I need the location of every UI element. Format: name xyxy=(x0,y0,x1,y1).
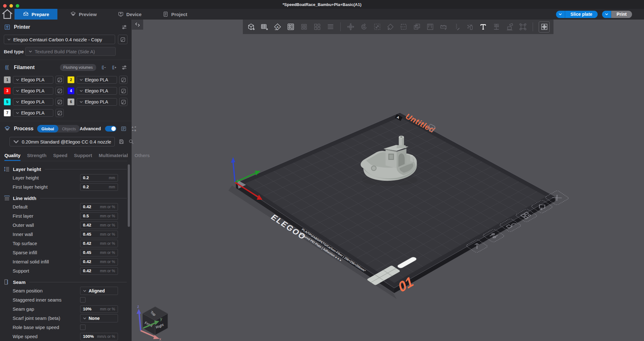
filament-color-swatch[interactable]: 7 xyxy=(4,109,11,116)
edit-printer-button[interactable] xyxy=(118,35,127,44)
parameters-panel[interactable]: Layer height Layer height 0.2mm First la… xyxy=(0,161,131,341)
tab-others[interactable]: Others xyxy=(135,150,150,161)
mesh-edit-button[interactable] xyxy=(518,23,527,31)
text-tool-button[interactable] xyxy=(479,23,487,31)
chevron-down-icon xyxy=(83,317,86,320)
print-button[interactable]: Print xyxy=(611,11,632,18)
seam-painting-button[interactable] xyxy=(452,23,461,31)
sparse-infill-line-width-input[interactable]: 0.45mm or % xyxy=(80,249,118,256)
tab-support[interactable]: Support xyxy=(74,150,92,161)
filament-select[interactable]: Elegoo PLA xyxy=(13,98,53,106)
support-line-width-input[interactable]: 0.42mm or % xyxy=(80,267,118,275)
lay-on-face-button[interactable] xyxy=(386,23,395,31)
advanced-toggle[interactable] xyxy=(105,126,116,132)
default-line-width-input[interactable]: 0.42mm or % xyxy=(80,203,118,211)
tab-preview[interactable]: Preview xyxy=(62,9,105,20)
filament-color-swatch[interactable]: 6 xyxy=(67,98,74,105)
maximize-window-button[interactable] xyxy=(16,4,19,8)
scale-button[interactable] xyxy=(373,23,381,31)
sidebar-scrollbar[interactable] xyxy=(128,164,130,227)
wipe-speed-input[interactable]: 100%mm/s or % xyxy=(80,333,118,340)
search-parameters-icon[interactable] xyxy=(128,138,134,145)
filament-color-swatch[interactable]: 3 xyxy=(4,87,11,94)
compare-presets-icon[interactable]: AB xyxy=(131,126,137,132)
cut-button[interactable] xyxy=(399,23,408,31)
staggered-inner-seams-checkbox[interactable] xyxy=(80,297,85,303)
top-surface-line-width-input[interactable]: 0.42mm or % xyxy=(80,240,118,247)
flushing-volumes-button[interactable]: Flushing volumes xyxy=(60,64,96,71)
printer-settings-icon[interactable] xyxy=(121,24,127,30)
rotate-button[interactable] xyxy=(360,23,368,31)
filament-select[interactable]: Elegoo PLA xyxy=(13,76,53,84)
chevron-down-icon xyxy=(29,50,32,53)
scarf-joint-seam-select[interactable]: None xyxy=(80,314,118,322)
split-plate-button[interactable] xyxy=(313,23,321,31)
filament-select[interactable]: Elegoo PLA xyxy=(77,87,117,95)
edit-filament-button[interactable] xyxy=(56,76,64,84)
remove-filament-icon[interactable] xyxy=(100,64,107,71)
printer-preset-select[interactable]: Elegoo Centauri Carbon 0.4 nozzle - Copy xyxy=(4,35,115,44)
seam-gap-input[interactable]: 10%mm or % xyxy=(80,305,118,313)
add-plate-button[interactable] xyxy=(260,23,268,31)
filament-select[interactable]: Elegoo PLA xyxy=(13,87,53,95)
filament-slot-4: 4 Elegoo PLA xyxy=(67,87,127,95)
print-dropdown[interactable] xyxy=(602,11,611,18)
tab-project[interactable]: Project xyxy=(154,9,196,20)
add-model-button[interactable] xyxy=(247,23,255,31)
edit-filament-button[interactable] xyxy=(56,87,64,95)
nav-cube[interactable]: Top Front Right z y x xyxy=(137,304,168,341)
seam-position-select[interactable]: Aligned xyxy=(80,287,118,295)
role-base-wipe-speed-checkbox[interactable] xyxy=(80,325,85,330)
home-button[interactable] xyxy=(0,9,15,20)
tab-device[interactable]: Device xyxy=(109,9,150,20)
auto-orient-button[interactable]: A xyxy=(273,23,282,31)
filament-settings-icon[interactable] xyxy=(121,64,127,71)
edit-filament-button[interactable] xyxy=(119,87,127,95)
tab-quality[interactable]: Quality xyxy=(4,150,20,161)
scope-global-button[interactable]: Global xyxy=(37,125,58,132)
tab-multimaterial[interactable]: Multimaterial xyxy=(99,150,128,161)
tab-prepare[interactable]: Prepare xyxy=(15,9,57,20)
outer-wall-line-width-input[interactable]: 0.42mm or % xyxy=(80,221,118,229)
assembly-view-button[interactable] xyxy=(539,21,550,32)
first-layer-height-input[interactable]: 0.2mm xyxy=(80,183,118,191)
internal-solid-infill-line-width-input[interactable]: 0.42mm or % xyxy=(80,258,118,266)
layers-list-button[interactable] xyxy=(326,23,335,31)
filament-select[interactable]: Elegoo PLA xyxy=(13,109,53,117)
parameter-list-icon[interactable] xyxy=(120,126,127,132)
clone-button[interactable] xyxy=(413,23,421,31)
process-preset-select[interactable]: 0.20mm Standard @Elegoo CC 0.4 nozzle xyxy=(9,137,115,146)
tab-strength[interactable]: Strength xyxy=(27,150,47,161)
move-button[interactable] xyxy=(346,23,355,31)
filament-select[interactable]: Elegoo PLA xyxy=(77,76,117,84)
sidebar-collapse-button[interactable] xyxy=(132,20,143,30)
tab-speed[interactable]: Speed xyxy=(53,150,67,161)
arrange-button[interactable] xyxy=(286,23,295,31)
support-painting-button[interactable] xyxy=(492,23,501,31)
filament-color-swatch[interactable]: 1 xyxy=(4,76,11,83)
spray-paint-button[interactable] xyxy=(465,23,474,31)
variable-layer-height-button[interactable] xyxy=(426,23,434,31)
filament-color-swatch[interactable]: 2 xyxy=(67,76,74,83)
layer-height-input[interactable]: 0.2mm xyxy=(80,174,118,182)
add-filament-icon[interactable] xyxy=(111,64,117,71)
align-button[interactable] xyxy=(300,23,308,31)
color-painting-button[interactable] xyxy=(505,23,514,31)
bed-type-select[interactable]: Textured Build Plate (Side A) xyxy=(25,47,116,56)
edit-filament-button[interactable] xyxy=(119,98,127,106)
fuzzy-skin-button[interactable] xyxy=(439,23,448,31)
edit-filament-button[interactable] xyxy=(56,109,64,117)
edit-filament-button[interactable] xyxy=(119,76,127,84)
plate-surface[interactable] xyxy=(245,117,546,283)
inner-wall-line-width-input[interactable]: 0.45mm or % xyxy=(80,231,118,238)
save-preset-icon[interactable] xyxy=(118,138,125,145)
param-sparse-infill-line-width: Sparse infill 0.45mm or % xyxy=(4,248,131,257)
edit-filament-button[interactable] xyxy=(56,98,64,106)
scope-objects-button[interactable]: Objects xyxy=(58,126,80,131)
filament-color-swatch[interactable]: 4 xyxy=(67,87,74,94)
filament-select[interactable]: Elegoo PLA xyxy=(77,98,117,106)
filament-color-swatch[interactable]: 5 xyxy=(4,98,11,105)
first-layer-line-width-input[interactable]: 0.5mm or % xyxy=(80,212,118,220)
slice-plate-button[interactable]: Slice plate xyxy=(565,11,598,18)
slice-plate-dropdown[interactable] xyxy=(556,11,565,18)
